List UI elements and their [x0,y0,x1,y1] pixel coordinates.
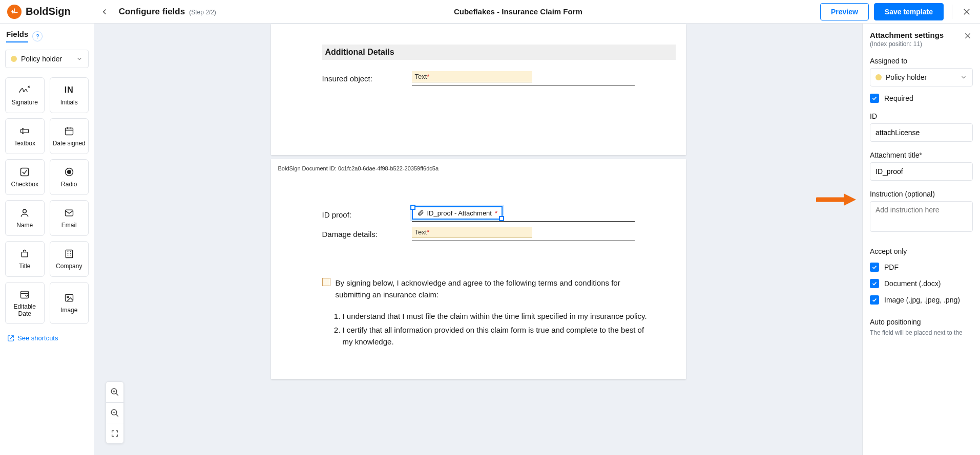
brand-mark-icon [7,5,22,19]
instruction-textarea[interactable] [870,201,973,232]
close-icon [962,7,971,16]
zoom-out-button[interactable] [106,402,123,423]
accept-docx-checkbox[interactable] [870,279,879,288]
field-terms-checkbox[interactable] [322,278,330,286]
save-template-button[interactable]: Save template [874,3,944,20]
check-icon [871,95,878,101]
brand-logo: BoldSign [7,5,71,19]
close-button[interactable] [961,6,973,18]
panel-close-button[interactable] [963,31,973,41]
document-page-2[interactable]: BoldSign Document ID: 0c1fc2a0-6dae-4f98… [271,159,686,379]
assigned-to-value: Policy holder [886,73,927,81]
chevron-left-icon [100,7,109,16]
tile-label: Title [19,263,30,270]
zoom-controls [106,381,124,444]
zoom-in-button[interactable] [106,382,123,402]
company-icon [64,248,74,259]
field-tile-editable-date[interactable]: Editable Date [5,282,45,324]
initials-icon: IN [65,84,74,96]
field-tile-name[interactable]: Name [5,200,45,236]
chevron-down-icon [960,74,967,81]
checkbox-icon [19,166,30,178]
panel-title: Attachment settings [870,31,944,39]
date-signed-icon [64,125,74,137]
tile-label: Initials [60,99,78,106]
document-canvas: Additional Details Insured object: Text*… [94,24,862,455]
svg-rect-14 [65,210,73,216]
tile-label: Checkbox [11,181,38,188]
line-damage-details: Text* [412,230,635,241]
instruction-label: Instruction (optional) [870,190,973,198]
label-insured-object: Insured object: [322,74,412,83]
id-label: ID [870,112,973,120]
divider [952,5,952,19]
chevron-down-icon [76,55,83,62]
tile-label: Name [16,222,33,229]
external-link-icon [7,335,14,342]
field-tile-grid: Signature IN Initials Textbox Date signe… [0,72,94,329]
terms-item: I certify that all information provided … [343,324,655,348]
back-button[interactable] [97,5,112,19]
required-star-icon: * [427,228,429,236]
close-icon [964,32,972,40]
assigned-to-label: Assigned to [870,57,973,65]
label-id-proof: ID proof: [322,210,412,219]
field-tile-email[interactable]: Email [50,200,89,236]
check-icon [871,264,878,270]
terms-list: I understand that I must file the claim … [343,310,655,348]
field-attachment-id-proof[interactable]: ID_proof - Attachment* [412,206,503,220]
signer-select[interactable]: Policy holder [5,50,89,68]
id-input[interactable] [870,123,973,142]
attachment-title-input[interactable] [870,162,973,181]
accept-image-checkbox[interactable] [870,295,879,305]
tile-label: Date signed [53,140,86,147]
field-tile-date-signed[interactable]: Date signed [50,118,89,154]
app-header: BoldSign Configure fields (Step 2/2) Cub… [0,0,980,24]
radio-icon [64,166,74,178]
svg-rect-2 [21,129,29,133]
zoom-in-icon [110,387,119,397]
help-button[interactable]: ? [32,31,43,41]
svg-line-28 [116,393,118,396]
svg-rect-6 [65,128,73,135]
terms-block: By signing below, I acknowledge and agre… [322,277,655,350]
field-tile-initials[interactable]: IN Initials [50,77,89,113]
field-tile-image[interactable]: Image [50,282,89,324]
signer-color-dot-icon [11,56,17,62]
assigned-to-select[interactable]: Policy holder [870,68,973,86]
required-star-icon: * [495,209,497,217]
label-damage-details: Damage details: [322,230,412,239]
svg-rect-25 [65,294,73,301]
preview-button[interactable]: Preview [820,3,869,20]
accept-pdf-label: PDF [884,263,899,271]
textbox-icon [19,125,30,137]
tile-label: Editable Date [8,303,42,317]
fullscreen-icon [111,429,119,438]
field-tile-signature[interactable]: Signature [5,77,45,113]
field-tile-textbox[interactable]: Textbox [5,118,45,154]
required-star-icon: * [427,73,429,80]
check-icon [871,297,878,303]
line-id-proof: ID_proof - Attachment* [412,210,635,222]
document-page-1[interactable]: Additional Details Insured object: Text* [271,24,686,155]
attachment-title-label: Attachment title* [870,151,973,159]
image-icon [64,292,74,304]
field-tile-title[interactable]: Title [5,241,45,277]
tile-label: Textbox [14,140,35,147]
field-insured-object[interactable]: Text* [412,71,532,82]
field-tile-checkbox[interactable]: Checkbox [5,159,45,195]
required-checkbox[interactable] [870,94,879,103]
document-title: Cubeflakes - Insurance Claim Form [223,7,813,16]
field-tile-radio[interactable]: Radio [50,159,89,195]
tile-label: Radio [61,181,77,188]
field-tile-company[interactable]: Company [50,241,89,277]
terms-item: I understand that I must file the claim … [343,310,655,322]
section-heading: Additional Details [322,45,676,60]
field-damage-details[interactable]: Text* [412,227,532,238]
accept-pdf-checkbox[interactable] [870,263,879,272]
see-shortcuts-link[interactable]: See shortcuts [0,329,94,347]
page-title-group: Configure fields (Step 2/2) [119,7,216,17]
fullscreen-button[interactable] [106,423,123,443]
canvas-scroll[interactable]: Additional Details Insured object: Text*… [94,24,862,455]
auto-positioning-label: Auto positioning [870,318,973,326]
